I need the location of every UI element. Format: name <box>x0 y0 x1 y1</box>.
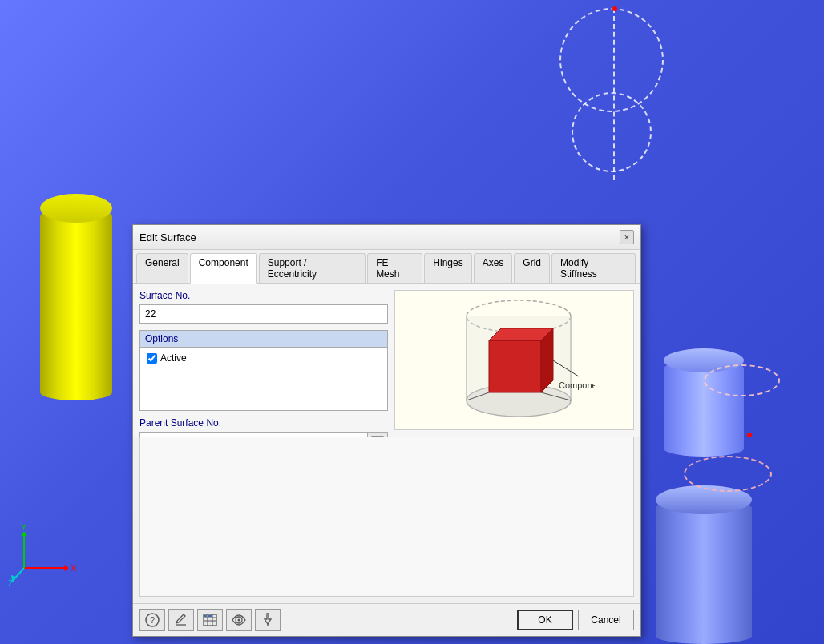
tab-support-eccentricity[interactable]: Support / Eccentricity <box>259 253 366 283</box>
options-header: Options <box>139 330 388 347</box>
svg-text:Z: Z <box>8 578 14 588</box>
svg-text:Y: Y <box>21 524 27 532</box>
active-checkbox[interactable] <box>147 353 157 364</box>
tab-general[interactable]: General <box>136 253 188 283</box>
svg-marker-1 <box>64 565 68 571</box>
svg-line-6 <box>12 568 24 582</box>
tab-grid[interactable]: Grid <box>514 253 550 283</box>
dialog-title: Edit Surface <box>139 231 196 244</box>
dashed-circle-inner <box>572 92 652 172</box>
small-dashed-circle-bottom <box>684 456 772 492</box>
parent-surface-label: Parent Surface No. <box>139 417 388 429</box>
svg-text:?: ? <box>150 615 155 625</box>
tab-axes[interactable]: Axes <box>474 253 513 283</box>
active-label: Active <box>160 352 187 364</box>
component-image-panel: Components <box>394 290 634 430</box>
cancel-button[interactable]: Cancel <box>578 610 634 630</box>
bottom-panel <box>139 437 634 597</box>
svg-rect-16 <box>489 340 541 392</box>
edit-button[interactable] <box>168 609 194 631</box>
svg-rect-31 <box>204 615 207 617</box>
tab-hinges[interactable]: Hinges <box>424 253 471 283</box>
left-panel: Surface No. Options Active Parent Surfac… <box>139 290 388 430</box>
options-group: Options Active <box>139 330 388 411</box>
tab-component[interactable]: Component <box>190 253 257 284</box>
tab-bar: General Component Support / Eccentricity… <box>133 250 640 284</box>
dialog-body: Surface No. Options Active Parent Surfac… <box>133 284 640 437</box>
footer-right-buttons: OK Cancel <box>517 610 634 630</box>
red-dot-right <box>747 433 752 437</box>
svg-text:X: X <box>71 563 77 573</box>
red-dot-top <box>612 6 617 11</box>
active-checkbox-row[interactable]: Active <box>147 352 381 364</box>
blue-cylinder-bottom <box>656 500 752 644</box>
small-dashed-circle <box>704 364 780 396</box>
surface-no-label: Surface No. <box>139 290 388 301</box>
dialog-footer: ? <box>133 603 640 636</box>
surface-no-input[interactable] <box>139 304 388 324</box>
footer-left-buttons: ? <box>139 609 281 631</box>
svg-text:Components: Components <box>559 380 595 390</box>
help-button[interactable]: ? <box>139 609 165 631</box>
yellow-cylinder <box>40 208 112 400</box>
svg-point-34 <box>238 619 240 622</box>
tab-modify-stiffness[interactable]: Modify Stiffness <box>551 253 636 283</box>
surface-no-group: Surface No. <box>139 290 388 324</box>
table-button[interactable] <box>197 609 223 631</box>
coordinate-axes: X Y Z <box>8 524 80 588</box>
tab-fe-mesh[interactable]: FE Mesh <box>367 253 422 283</box>
view-button[interactable] <box>226 609 252 631</box>
ok-button[interactable]: OK <box>517 610 573 630</box>
parent-surface-group: Parent Surface No. <box>139 417 388 437</box>
svg-rect-32 <box>208 615 212 617</box>
component-illustration: Components <box>434 290 595 430</box>
edit-surface-dialog: Edit Surface × General Component Support… <box>132 224 641 637</box>
svg-marker-4 <box>21 532 27 536</box>
dialog-titlebar: Edit Surface × <box>133 225 640 250</box>
pin-button[interactable] <box>255 609 281 631</box>
options-body: Active <box>139 347 388 411</box>
close-button[interactable]: × <box>620 230 634 244</box>
